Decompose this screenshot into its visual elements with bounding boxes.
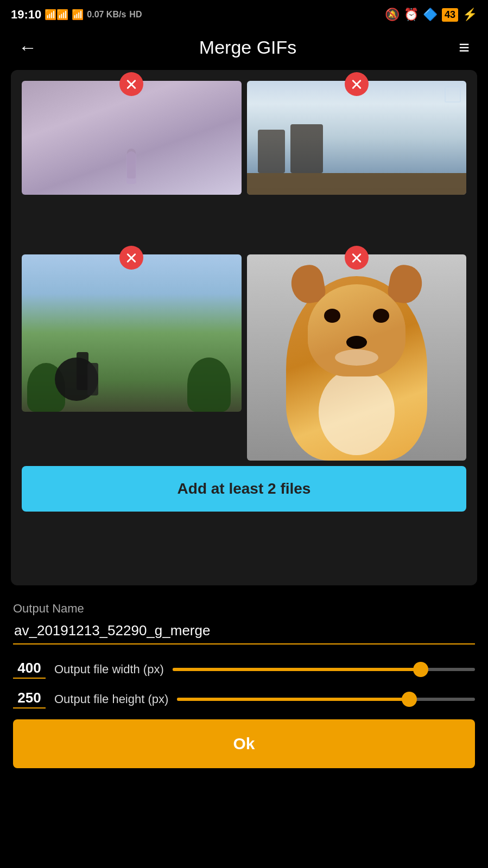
height-slider-row: 250 Output file height (px) bbox=[13, 690, 475, 709]
back-button[interactable]: ← bbox=[16, 35, 39, 60]
gif-thumbnail-3 bbox=[22, 254, 242, 412]
height-slider-fill bbox=[177, 698, 409, 701]
gif-thumbnail-1 bbox=[22, 81, 242, 195]
bottom-section: Output Name 400 Output file width (px) 2… bbox=[0, 585, 488, 779]
main-card: Add at least 2 files bbox=[11, 70, 477, 585]
gif-item-4 bbox=[247, 254, 467, 461]
bluetooth-icon: 🔷 bbox=[423, 8, 438, 22]
height-slider-track[interactable] bbox=[177, 698, 475, 701]
app-header: ← Merge GIFs ≡ bbox=[0, 29, 488, 70]
width-slider-fill bbox=[173, 668, 421, 671]
width-value: 400 bbox=[13, 660, 46, 679]
status-left: 19:10 📶📶 📶 0.07 KB/s HD bbox=[11, 8, 142, 22]
height-slider-thumb bbox=[402, 692, 417, 707]
mute-icon: 🔕 bbox=[385, 8, 400, 22]
status-signal: 📶📶 bbox=[45, 9, 68, 21]
status-wifi: 📶 bbox=[72, 9, 84, 21]
width-slider-thumb bbox=[413, 662, 428, 677]
width-label: Output file width (px) bbox=[54, 662, 164, 676]
row-spacer bbox=[22, 206, 466, 233]
add-files-button[interactable]: Add at least 2 files bbox=[22, 466, 466, 512]
gif-thumbnail-2 bbox=[247, 81, 467, 195]
close-gif-4-button[interactable] bbox=[345, 246, 369, 270]
close-gif-2-button[interactable] bbox=[345, 72, 369, 96]
battery-indicator: 43 bbox=[442, 8, 458, 22]
width-slider-track[interactable] bbox=[173, 668, 475, 671]
menu-button[interactable]: ≡ bbox=[457, 35, 472, 60]
close-gif-3-button[interactable] bbox=[119, 246, 143, 270]
close-gif-1-button[interactable] bbox=[119, 72, 143, 96]
gif-item-2 bbox=[247, 81, 467, 195]
height-value: 250 bbox=[13, 690, 46, 709]
gif-grid-row2 bbox=[22, 254, 466, 461]
output-name-label: Output Name bbox=[13, 602, 475, 616]
alarm-icon: ⏰ bbox=[404, 8, 419, 22]
gif-grid-row1 bbox=[22, 81, 466, 195]
ok-button[interactable]: Ok bbox=[13, 719, 475, 768]
dog-chest bbox=[319, 368, 395, 455]
status-time: 19:10 bbox=[11, 8, 41, 22]
status-hd: HD bbox=[129, 10, 142, 20]
gif-item-3 bbox=[22, 254, 242, 461]
gif-thumbnail-4 bbox=[247, 254, 467, 461]
height-label: Output file height (px) bbox=[54, 692, 168, 706]
page-title: Merge GIFs bbox=[199, 37, 296, 58]
dog-face bbox=[247, 254, 467, 461]
status-speed: 0.07 KB/s bbox=[87, 10, 126, 20]
charging-icon: ⚡ bbox=[462, 8, 477, 22]
width-slider-row: 400 Output file width (px) bbox=[13, 660, 475, 679]
gif-item-1 bbox=[22, 81, 242, 195]
status-right: 🔕 ⏰ 🔷 43 ⚡ bbox=[385, 8, 477, 22]
dog-body bbox=[286, 276, 427, 461]
output-name-input[interactable] bbox=[13, 619, 475, 644]
status-bar: 19:10 📶📶 📶 0.07 KB/s HD 🔕 ⏰ 🔷 43 ⚡ bbox=[0, 0, 488, 29]
